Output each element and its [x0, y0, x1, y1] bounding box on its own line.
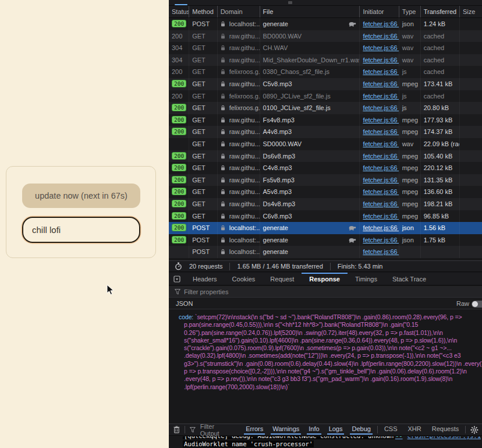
table-row[interactable]: 304 GET raw.githu... CH.WAV — [169, 42, 482, 54]
table-row[interactable]: 200 GET raw.githu... C4v8.mp3 — [169, 162, 482, 174]
initiator-cell[interactable]: fetcher.js:66 ... — [360, 234, 399, 246]
table-row[interactable]: 200 POST localhost:... generate — [169, 222, 482, 234]
table-row[interactable]: POST localhost:... generate — [169, 246, 482, 258]
table-row[interactable]: 200 GET raw.githu... A4v8.mp3 — [169, 126, 482, 138]
initiator-cell[interactable]: fetcher.js:66 ... — [360, 54, 399, 66]
initiator-link[interactable]: fetcher.js:66 ... — [363, 177, 399, 184]
table-row[interactable]: 200 POST localhost:... generate — [169, 18, 482, 30]
initiator-cell[interactable]: fetcher.js:66 ... — [360, 138, 399, 150]
column-header-file[interactable]: File — [260, 6, 360, 17]
tab-request[interactable]: Request — [263, 273, 302, 285]
domain-cell: raw.githu... — [218, 186, 260, 198]
initiator-cell[interactable]: fetcher.js:66 ... — [360, 174, 399, 186]
tab-cookies[interactable]: Cookies — [225, 273, 263, 285]
table-row[interactable]: 200 GET felixroos.g... 0890_JCLive_sf2_f… — [169, 90, 482, 103]
initiator-link[interactable]: fetcher.js:66 ... — [363, 237, 399, 244]
initiator-link[interactable]: fetcher.js:66 ... — [363, 248, 399, 255]
initiator-cell[interactable]: fetcher.js:66 ... — [360, 210, 399, 223]
table-row[interactable]: 304 GET raw.githu... Mid_ShakerDouble_Do… — [169, 54, 482, 66]
table-row[interactable]: 200 GET raw.githu... C5v8.mp3 — [169, 78, 482, 90]
initiator-cell[interactable]: fetcher.js:66 ... — [360, 150, 399, 163]
response-json-code[interactable]: code: `setcpm(72)\n\nstack(\n s("bd ~ sd… — [169, 309, 482, 397]
table-row[interactable]: 200 GET raw.githu... Fs5v8.mp3 — [169, 174, 482, 186]
column-header-method[interactable]: Method — [189, 6, 217, 17]
column-header-type[interactable]: Type — [399, 6, 421, 17]
initiator-link[interactable]: fetcher.js:66 ... — [363, 93, 399, 100]
initiator-link[interactable]: fetcher.js:66 ... — [363, 200, 399, 207]
initiator-link[interactable]: fetcher.js:66 ... — [363, 33, 399, 40]
initiator-cell[interactable]: fetcher.js:66 ... — [360, 198, 399, 210]
table-row[interactable]: 200 GET raw.githu... BD0000.WAV — [169, 30, 482, 43]
table-row[interactable]: 200 POST localhost:... generate — [169, 234, 482, 246]
initiator-link[interactable]: fetcher.js:66 ... — [363, 44, 399, 51]
tab-timings[interactable]: Timings — [348, 273, 385, 285]
initiator-link[interactable]: fetcher.js:66 ... — [363, 128, 399, 135]
table-row[interactable]: 200 GET raw.githu... A5v8.mp3 — [169, 186, 482, 198]
initiator-link[interactable]: fetcher.js:66 ... — [363, 188, 399, 195]
initiator-link[interactable]: fetcher.js:66 ... — [363, 20, 399, 27]
initiator-cell[interactable]: fetcher.js:66 ... — [360, 102, 399, 114]
console-filter-errors[interactable]: Errors — [244, 425, 265, 435]
table-row[interactable]: 200 GET raw.githu... C6v8.mp3 — [169, 210, 482, 223]
initiator-link[interactable]: fetcher.js:66 ... — [363, 68, 399, 75]
initiator-link[interactable]: fetcher.js:66 ... — [363, 213, 399, 220]
initiator-cell[interactable]: fetcher.js:66 ... — [360, 78, 399, 90]
initiator-cell[interactable]: fetcher.js:66 ... — [360, 126, 399, 138]
initiator-link[interactable]: fetcher.js:66 ... — [363, 80, 399, 87]
initiator-cell[interactable]: fetcher.js:66 ... — [360, 18, 399, 30]
initiator-link[interactable]: fetcher.js:66 ... — [363, 104, 399, 111]
request-table-header[interactable]: StatusMethodDomainFileInitiatorTypeTrans… — [169, 6, 482, 18]
console-filter-xhr[interactable]: XHR — [406, 425, 423, 435]
filter-properties-row[interactable]: Filter properties — [169, 286, 482, 298]
column-header-transferred[interactable]: Transferred — [421, 6, 460, 17]
table-row[interactable]: 200 GET felixroos.g... 0380_Chaos_sf2_fi… — [169, 66, 482, 78]
initiator-cell[interactable]: fetcher.js:66 ... — [360, 66, 399, 78]
column-header-status[interactable]: Status — [169, 6, 189, 17]
initiator-cell[interactable]: fetcher.js:66 ... — [360, 186, 399, 198]
initiator-cell[interactable]: fetcher.js:66 ... — [360, 162, 399, 174]
column-header-size[interactable]: Size — [460, 6, 482, 17]
console-filter-logs[interactable]: Logs — [327, 425, 345, 435]
initiator-cell[interactable]: fetcher.js:66 ... — [360, 42, 399, 54]
console-filter-debug[interactable]: Debug — [350, 425, 372, 435]
tab-headers[interactable]: Headers — [185, 273, 225, 285]
initiator-cell[interactable]: fetcher.js:66 ... — [360, 222, 399, 234]
initiator-cell[interactable]: fetcher.js:66 ... — [360, 246, 399, 258]
table-row[interactable]: GET raw.githu... SD0000.WAV — [169, 138, 482, 150]
console-filter-info[interactable]: Info — [307, 425, 321, 435]
initiator-link[interactable]: fetcher.js:66 ... — [363, 140, 399, 147]
code-line: .every(48, p => p.rev()),\n\n note("c3 g… — [179, 375, 482, 383]
console-filter-css[interactable]: CSS — [382, 425, 399, 435]
raw-toggle[interactable] — [472, 301, 482, 308]
initiator-cell[interactable]: fetcher.js:66 ... — [360, 30, 399, 43]
table-row[interactable]: 200 GET felixroos.g... 0100_JCLive_sf2_f… — [169, 102, 482, 114]
table-row[interactable]: 200 GET raw.githu... Fs4v8.mp3 — [169, 114, 482, 126]
initiator-cell[interactable]: fetcher.js:66 ... — [360, 114, 399, 126]
table-row[interactable]: 200 GET raw.githu... Ds4v8.mp3 — [169, 198, 482, 210]
detail-pane-icon[interactable] — [169, 273, 185, 285]
initiator-link[interactable]: fetcher.js:66 ... — [363, 57, 399, 64]
update-now-button[interactable]: update now (next in 67s) — [22, 184, 140, 208]
json-label: JSON — [176, 300, 193, 307]
trash-icon[interactable] — [173, 426, 180, 433]
tab-stack-trace[interactable]: Stack Trace — [385, 273, 434, 285]
initiator-link[interactable]: fetcher.js:66 ... — [363, 117, 399, 124]
clipped-source-link[interactable]: --crush-processor.js:1 — [395, 436, 481, 439]
column-header-initiator[interactable]: Initiator — [360, 6, 399, 17]
initiator-link[interactable]: fetcher.js:66 ... — [363, 224, 399, 231]
gear-icon[interactable] — [470, 426, 479, 434]
network-toolbar-clipped[interactable] — [169, 0, 482, 6]
initiator-link[interactable]: fetcher.js:66 ... — [363, 164, 399, 171]
prompt-input[interactable] — [22, 217, 140, 243]
column-header-domain[interactable]: Domain — [218, 6, 260, 17]
initiator-cell[interactable]: fetcher.js:66 ... — [360, 90, 399, 103]
table-row[interactable]: 200 GET raw.githu... Ds6v8.mp3 — [169, 150, 482, 163]
tab-response[interactable]: Response — [302, 273, 348, 285]
console-filter-placeholder[interactable]: Filter Output — [200, 423, 235, 437]
console-filter-warnings[interactable]: Warnings — [271, 425, 301, 435]
initiator-link[interactable]: fetcher.js:66 ... — [363, 153, 399, 160]
code-line: 0.26").pan(sine.range(0.24,0.76)).lpf(52… — [179, 329, 482, 337]
console-filter-requests[interactable]: Requests — [430, 425, 460, 435]
clipped-console-line: [qdtcekqqte] debug: AudioWorkletNode con… — [169, 436, 482, 440]
network-summary-bar: 20 requests 1.65 MB / 1.46 MB transferre… — [169, 260, 482, 272]
